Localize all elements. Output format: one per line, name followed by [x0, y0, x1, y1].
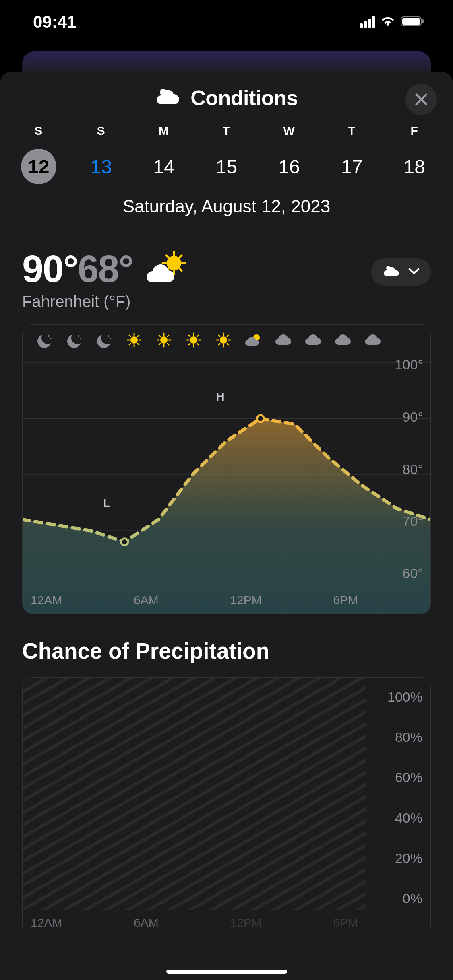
- chart-low-marker: L: [103, 496, 110, 510]
- precip-plot: [23, 678, 430, 935]
- low-temp: 68°: [78, 247, 133, 291]
- svg-line-36: [168, 335, 169, 336]
- svg-line-27: [138, 335, 139, 336]
- cloudy-icon: [328, 332, 358, 350]
- svg-point-17: [80, 338, 81, 339]
- svg-line-43: [189, 335, 190, 336]
- svg-line-37: [159, 344, 160, 345]
- close-button[interactable]: [405, 84, 437, 115]
- chart-y-axis-labels: 100°90°80°70°60°: [395, 357, 423, 581]
- cloud-icon: [155, 87, 181, 108]
- svg-point-15: [50, 338, 52, 339]
- cloudy-icon: [268, 332, 298, 350]
- temperature-line-plot: [23, 353, 430, 614]
- day-number: 16: [271, 149, 307, 184]
- day-cell-12[interactable]: S12: [7, 124, 70, 184]
- svg-line-46: [189, 344, 190, 345]
- day-letter: S: [70, 124, 133, 138]
- day-cell-17[interactable]: T17: [321, 124, 383, 184]
- chart-x-axis-labels: 12AM6AM12PM6PM: [27, 593, 362, 607]
- svg-line-34: [159, 335, 160, 336]
- svg-line-25: [129, 335, 130, 336]
- day-cell-14[interactable]: M14: [132, 124, 195, 184]
- svg-line-35: [168, 344, 169, 345]
- day-cell-13[interactable]: S13: [70, 124, 133, 184]
- day-letter: F: [383, 124, 446, 138]
- sunny-icon: [149, 332, 179, 350]
- status-bar: 09:41: [0, 0, 453, 40]
- wifi-icon: [380, 15, 396, 29]
- day-picker: S12S13M14T15W16T17F18: [0, 124, 453, 184]
- svg-point-29: [160, 336, 168, 344]
- view-mode-switch[interactable]: [371, 258, 431, 286]
- sunny-icon: [119, 332, 149, 350]
- unit-label: Fahrenheit (°F): [22, 292, 188, 311]
- day-cell-16[interactable]: W16: [258, 124, 321, 184]
- sunny-icon: [179, 332, 209, 350]
- svg-point-20: [130, 336, 138, 344]
- cloud-icon: [383, 265, 400, 279]
- night-icon: [30, 332, 60, 350]
- precipitation-chart[interactable]: 100%80%60%40%20%0% 12AM6AM12PM6PM: [22, 677, 431, 935]
- day-number: 13: [83, 149, 119, 184]
- day-number: 17: [334, 149, 370, 184]
- sunny-icon: [209, 332, 238, 350]
- svg-point-62: [257, 415, 264, 422]
- night-icon: [60, 332, 89, 350]
- temperature-summary: 90° 68°: [22, 247, 188, 291]
- svg-line-53: [227, 344, 228, 345]
- status-icons: [360, 15, 425, 29]
- day-cell-15[interactable]: T15: [195, 124, 258, 184]
- svg-line-26: [138, 344, 139, 345]
- svg-point-18: [108, 335, 109, 337]
- svg-line-44: [197, 344, 199, 345]
- svg-point-16: [78, 335, 79, 337]
- svg-line-55: [219, 344, 220, 345]
- svg-point-3: [160, 89, 166, 95]
- day-letter: W: [258, 124, 321, 138]
- conditions-sheet: Conditions S12S13M14T15W16T17F18 Saturda…: [0, 72, 453, 980]
- partly-icon: [238, 332, 268, 350]
- high-temp: 90°: [22, 247, 78, 291]
- day-cell-18[interactable]: F18: [383, 124, 446, 184]
- day-letter: M: [132, 124, 195, 138]
- cellular-icon: [360, 16, 375, 28]
- day-number: 12: [21, 149, 56, 184]
- home-indicator[interactable]: [166, 970, 287, 974]
- selected-date-label: Saturday, August 12, 2023: [0, 184, 453, 231]
- svg-line-10: [180, 269, 182, 271]
- svg-line-11: [180, 255, 182, 257]
- precip-x-axis-labels: 12AM6AM12PM6PM: [27, 916, 362, 930]
- svg-point-19: [110, 338, 111, 339]
- chevron-down-icon: [408, 268, 420, 276]
- close-icon: [414, 93, 428, 106]
- partly-cloudy-icon: [144, 250, 188, 288]
- svg-line-28: [129, 344, 130, 345]
- svg-line-52: [219, 335, 220, 336]
- svg-point-47: [220, 336, 227, 344]
- day-number: 18: [397, 149, 432, 184]
- temperature-chart[interactable]: H L 100°90°80°70°60° 12AM6AM12PM6PM: [22, 324, 431, 614]
- svg-line-9: [166, 255, 168, 257]
- day-letter: T: [321, 124, 383, 138]
- day-letter: T: [195, 124, 258, 138]
- svg-rect-1: [402, 18, 420, 25]
- battery-icon: [401, 16, 425, 29]
- day-number: 15: [209, 149, 244, 184]
- svg-rect-66: [23, 678, 366, 910]
- svg-point-14: [48, 335, 50, 337]
- svg-point-63: [121, 539, 128, 546]
- sheet-title: Conditions: [190, 86, 298, 110]
- svg-rect-2: [422, 19, 424, 23]
- cloudy-icon: [358, 332, 387, 350]
- svg-point-13: [386, 266, 390, 270]
- precip-section-title: Chance of Precipitation: [22, 638, 431, 664]
- chart-high-marker: H: [216, 390, 225, 404]
- night-icon: [89, 332, 119, 350]
- precip-y-axis-labels: 100%80%60%40%20%0%: [387, 689, 422, 906]
- svg-point-38: [190, 336, 197, 344]
- sheet-header: Conditions: [0, 72, 453, 124]
- day-number: 14: [146, 149, 182, 184]
- svg-line-54: [227, 335, 228, 336]
- hourly-condition-icons: [23, 325, 430, 350]
